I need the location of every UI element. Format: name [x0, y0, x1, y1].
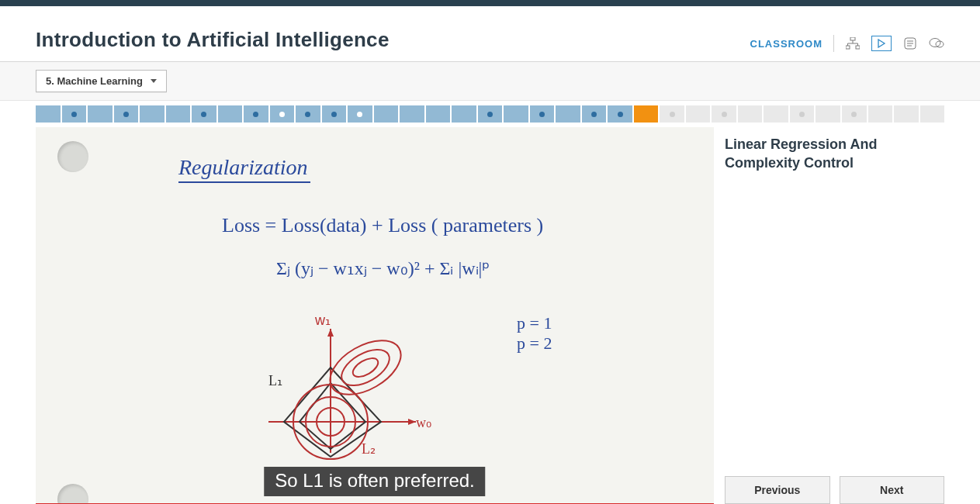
progress-seg[interactable]: [426, 105, 451, 123]
progress-seg[interactable]: [218, 105, 243, 123]
svg-marker-12: [408, 419, 416, 425]
page-header: Introduction to Artificial Intelligence …: [0, 6, 980, 62]
lesson-title: Linear Regression And Complexity Control: [725, 135, 944, 173]
play-icon[interactable]: [871, 36, 892, 51]
progress-dot: [539, 112, 545, 117]
progress-seg[interactable]: [36, 105, 61, 123]
progress-dot: [799, 112, 805, 117]
progress-seg[interactable]: [452, 105, 476, 123]
paper-hole: [57, 484, 88, 504]
regularization-diagram: [261, 321, 431, 468]
svg-point-18: [321, 330, 410, 406]
progress-seg[interactable]: [634, 105, 659, 123]
progress-seg[interactable]: [140, 105, 164, 123]
progress-seg[interactable]: [842, 105, 867, 123]
progress-seg[interactable]: [296, 105, 320, 123]
progress-seg[interactable]: [686, 105, 711, 123]
progress-dot: [487, 112, 493, 117]
progress-seg[interactable]: [192, 105, 216, 123]
transcript-icon[interactable]: [902, 36, 918, 50]
progress-seg[interactable]: [608, 105, 632, 123]
video-player[interactable]: Regularization Loss = Loss(data) + Loss …: [36, 127, 714, 504]
svg-marker-11: [327, 329, 334, 337]
hw-eq2: Σⱼ (yⱼ − w₁xⱼ − w₀)² + Σᵢ |wᵢ|ᵖ: [276, 257, 490, 279]
progress-dot: [123, 112, 129, 117]
progress-seg[interactable]: [322, 105, 347, 123]
progress-seg[interactable]: [868, 105, 893, 123]
paper-hole: [57, 141, 88, 172]
progress-seg[interactable]: [114, 105, 139, 123]
main: Regularization Loss = Loss(data) + Loss …: [0, 127, 980, 504]
progress-dot: [201, 112, 206, 117]
progress-dot: [670, 112, 675, 117]
progress-seg[interactable]: [478, 105, 503, 123]
hw-p1: p = 1: [517, 313, 552, 333]
progress-dot: [851, 112, 857, 117]
progress-seg[interactable]: [530, 105, 555, 123]
lesson-sidebar: Linear Regression And Complexity Control…: [725, 127, 944, 504]
progress-seg[interactable]: [582, 105, 607, 123]
chevron-down-icon: [151, 79, 157, 83]
progress-strip: [0, 105, 980, 123]
lesson-select[interactable]: 5. Machine Learning: [36, 70, 167, 92]
progress-seg[interactable]: [88, 105, 113, 123]
progress-seg[interactable]: [738, 105, 763, 123]
lecture-slide: Regularization Loss = Loss(data) + Loss …: [36, 127, 714, 504]
svg-point-7: [930, 39, 940, 47]
window-topbar: [0, 0, 980, 6]
progress-seg[interactable]: [712, 105, 736, 123]
svg-rect-1: [846, 46, 850, 49]
progress-seg[interactable]: [816, 105, 840, 123]
progress-seg[interactable]: [764, 105, 788, 123]
progress-seg[interactable]: [270, 105, 295, 123]
video-caption: So L1 is often preferred.: [264, 467, 485, 496]
progress-seg[interactable]: [556, 105, 580, 123]
lesson-bar: 5. Machine Learning: [0, 62, 980, 101]
previous-button[interactable]: Previous: [725, 476, 830, 504]
svg-rect-2: [856, 46, 860, 49]
progress-seg[interactable]: [504, 105, 528, 123]
course-title: Introduction to Artificial Intelligence: [36, 28, 390, 52]
progress-dot: [279, 112, 285, 117]
progress-seg[interactable]: [62, 105, 87, 123]
progress-dot: [722, 112, 727, 117]
classroom-link[interactable]: CLASSROOM: [750, 38, 823, 50]
progress-dot: [305, 112, 310, 117]
next-button[interactable]: Next: [840, 476, 945, 504]
divider: [833, 35, 834, 52]
progress-seg[interactable]: [660, 105, 684, 123]
progress-seg[interactable]: [400, 105, 424, 123]
progress-dot: [591, 112, 597, 117]
progress-dot: [357, 112, 362, 117]
progress-dot: [331, 112, 337, 117]
hw-p2: p = 2: [517, 333, 552, 354]
chat-icon[interactable]: [929, 36, 944, 50]
header-actions: CLASSROOM: [750, 35, 945, 52]
progress-seg[interactable]: [244, 105, 268, 123]
hw-eq1: Loss = Loss(data) + Loss ( parameters ): [222, 214, 543, 237]
lesson-select-label: 5. Machine Learning: [46, 75, 143, 87]
progress-seg[interactable]: [166, 105, 191, 123]
progress-seg[interactable]: [894, 105, 919, 123]
progress-dot: [71, 112, 77, 117]
progress-seg[interactable]: [374, 105, 399, 123]
progress-seg[interactable]: [920, 105, 945, 123]
progress-seg[interactable]: [348, 105, 372, 123]
svg-point-19: [336, 342, 396, 392]
hw-title: Regularization: [178, 155, 310, 183]
lesson-nav: Previous Next: [725, 476, 944, 504]
sitemap-icon[interactable]: [845, 36, 861, 50]
progress-dot: [253, 112, 258, 117]
progress-dot: [618, 112, 623, 117]
svg-rect-0: [850, 37, 855, 40]
progress-seg[interactable]: [790, 105, 815, 123]
